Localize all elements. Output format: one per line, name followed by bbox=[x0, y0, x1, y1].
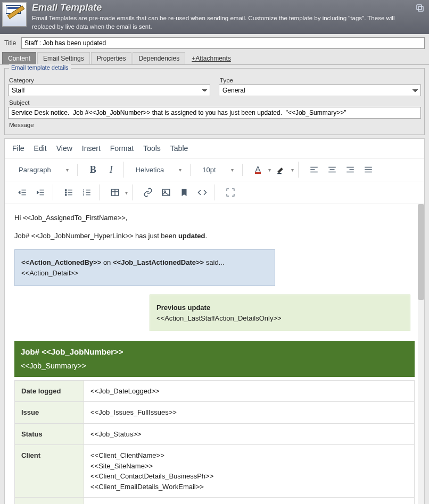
category-label: Category bbox=[9, 77, 210, 83]
job-header: Job# <<Job_JobNumber>> <<Job_Summary>> bbox=[14, 341, 415, 377]
toolbar-row-1: Paragraph▾ B I Helvetica▾ 10pt▾ A ▾ ▾ bbox=[5, 158, 424, 181]
menu-format[interactable]: Format bbox=[110, 144, 134, 153]
row-label: Status bbox=[15, 423, 84, 445]
menu-view[interactable]: View bbox=[56, 144, 72, 153]
outdent-button[interactable] bbox=[14, 184, 30, 200]
italic-button[interactable]: I bbox=[103, 162, 119, 178]
row-label: Client bbox=[15, 445, 84, 498]
panel-title: Email template details bbox=[9, 64, 71, 71]
editor-body[interactable]: Hi <<Job_AssignedTo_FirstName>>, Job# <<… bbox=[5, 204, 424, 504]
tab-bar: Content Email Settings Properties Depend… bbox=[0, 52, 429, 65]
editor-menubar: File Edit View Insert Format Tools Table bbox=[5, 139, 424, 158]
table-row: Issue<<Job_Issues_FullIssues>> bbox=[15, 402, 415, 424]
table-caret-icon[interactable]: ▾ bbox=[125, 190, 128, 196]
svg-rect-0 bbox=[418, 6, 423, 11]
align-justify-button[interactable] bbox=[360, 162, 376, 178]
scrollbar-thumb[interactable] bbox=[418, 204, 424, 300]
bookmark-button[interactable] bbox=[176, 184, 192, 200]
row-value: <<Job_Status>> bbox=[84, 423, 415, 445]
row-label: Job Details bbox=[15, 498, 84, 504]
subject-label: Subject bbox=[9, 99, 421, 106]
titlebar: Email Template Email Templates are pre-m… bbox=[0, 0, 429, 34]
page-description: Email Templates are pre-made emails that… bbox=[32, 14, 411, 31]
title-input[interactable] bbox=[21, 37, 425, 49]
table-row: Client<<Client_ClientName>> <<Site_SiteN… bbox=[15, 445, 415, 498]
row-value: <<Job_Issues_FullIssues>> bbox=[84, 402, 415, 424]
row-value: <<Job_Details>> bbox=[84, 498, 415, 504]
bullet-list-button[interactable] bbox=[61, 184, 77, 200]
highlight-caret[interactable]: ▾ bbox=[291, 167, 294, 173]
link-button[interactable] bbox=[140, 184, 156, 200]
updated-line: Job# <<Job_JobNumber_HyperLink>> has jus… bbox=[14, 231, 415, 241]
table-button[interactable] bbox=[107, 184, 123, 200]
table-row: Status<<Job_Status>> bbox=[15, 423, 415, 445]
message-label: Message bbox=[9, 122, 421, 128]
subject-input[interactable] bbox=[8, 107, 421, 119]
menu-insert[interactable]: Insert bbox=[82, 144, 101, 153]
bold-button[interactable]: B bbox=[85, 162, 101, 178]
tab-properties[interactable]: Properties bbox=[91, 52, 132, 64]
fontsize-select[interactable]: 10pt▾ bbox=[198, 164, 237, 176]
row-value: <<Client_ClientName>> <<Site_SiteName>> … bbox=[84, 445, 415, 498]
menu-table[interactable]: Table bbox=[170, 144, 188, 153]
svg-point-22 bbox=[65, 192, 67, 193]
scrollbar[interactable] bbox=[418, 204, 424, 504]
paragraph-select[interactable]: Paragraph▾ bbox=[14, 164, 73, 176]
app-icon bbox=[2, 2, 27, 27]
menu-file[interactable]: File bbox=[12, 144, 24, 153]
type-label: Type bbox=[220, 77, 421, 83]
job-table: Date logged<<Job_DateLogged>>Issue<<Job_… bbox=[14, 380, 415, 504]
indent-button[interactable] bbox=[32, 184, 48, 200]
previous-update-box: Previous update <<Action_LastStaffAction… bbox=[150, 295, 410, 331]
text-color-button[interactable]: A bbox=[250, 162, 266, 178]
svg-point-23 bbox=[65, 194, 67, 195]
greeting-line: Hi <<Job_AssignedTo_FirstName>>, bbox=[14, 213, 415, 223]
action-box: <<Action_ActionedBy>> on <<Job_LastActio… bbox=[14, 249, 275, 286]
svg-rect-2 bbox=[277, 173, 282, 174]
page-title: Email Template bbox=[32, 2, 411, 13]
svg-rect-1 bbox=[417, 5, 422, 10]
category-select[interactable]: Staff bbox=[8, 85, 210, 96]
align-right-button[interactable] bbox=[342, 162, 358, 178]
type-select[interactable]: General bbox=[219, 85, 421, 96]
row-label: Issue bbox=[15, 402, 84, 424]
image-button[interactable] bbox=[158, 184, 174, 200]
svg-point-21 bbox=[65, 189, 67, 190]
tab-dependencies[interactable]: Dependencies bbox=[133, 52, 185, 64]
tab-email-settings[interactable]: Email Settings bbox=[37, 52, 90, 64]
title-row: Title bbox=[0, 34, 429, 52]
numbered-list-button[interactable]: 123 bbox=[79, 184, 95, 200]
align-center-button[interactable] bbox=[324, 162, 340, 178]
menu-tools[interactable]: Tools bbox=[143, 144, 161, 153]
svg-text:3: 3 bbox=[83, 194, 85, 197]
font-select[interactable]: Helvetica▾ bbox=[131, 164, 186, 176]
align-left-button[interactable] bbox=[306, 162, 322, 178]
table-row: Job Details<<Job_Details>> bbox=[15, 498, 415, 504]
highlight-button[interactable] bbox=[273, 162, 289, 178]
tab-attachments[interactable]: +Attachments bbox=[186, 53, 236, 64]
title-label: Title bbox=[4, 39, 21, 47]
table-row: Date logged<<Job_DateLogged>> bbox=[15, 380, 415, 402]
copy-icon[interactable] bbox=[415, 3, 425, 13]
editor: File Edit View Insert Format Tools Table… bbox=[4, 138, 425, 504]
row-label: Date logged bbox=[15, 380, 84, 402]
text-color-caret[interactable]: ▾ bbox=[268, 167, 271, 173]
fullscreen-button[interactable] bbox=[222, 184, 238, 200]
tab-content[interactable]: Content bbox=[2, 52, 36, 64]
details-panel: Email template details Category Staff Ty… bbox=[4, 68, 425, 135]
menu-edit[interactable]: Edit bbox=[34, 144, 47, 153]
toolbar-row-2: 123 ▾ bbox=[5, 181, 424, 204]
row-value: <<Job_DateLogged>> bbox=[84, 380, 415, 402]
code-button[interactable] bbox=[194, 184, 210, 200]
